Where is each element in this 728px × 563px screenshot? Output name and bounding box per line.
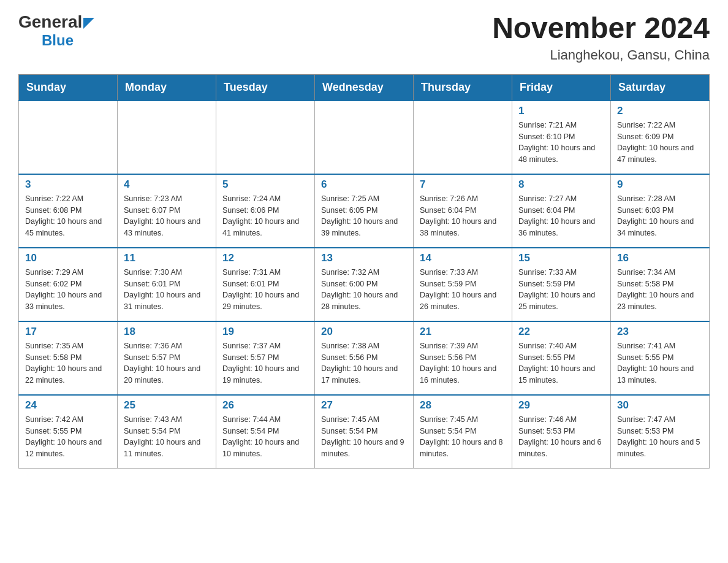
day-info: Sunrise: 7:28 AM Sunset: 6:03 PM Dayligh…	[617, 193, 703, 239]
calendar-cell: 7Sunrise: 7:26 AM Sunset: 6:04 PM Daylig…	[414, 174, 512, 248]
day-number: 24	[25, 399, 111, 412]
day-info: Sunrise: 7:32 AM Sunset: 6:00 PM Dayligh…	[321, 267, 407, 313]
weekday-header-tuesday: Tuesday	[216, 74, 315, 101]
calendar-cell: 20Sunrise: 7:38 AM Sunset: 5:56 PM Dayli…	[315, 321, 414, 395]
day-number: 25	[124, 399, 210, 412]
day-number: 20	[321, 326, 407, 338]
calendar-title-block: November 2024 Lianghekou, Gansu, China	[492, 12, 710, 63]
day-info: Sunrise: 7:37 AM Sunset: 5:57 PM Dayligh…	[222, 340, 308, 386]
day-number: 23	[617, 326, 703, 338]
calendar-cell: 2Sunrise: 7:22 AM Sunset: 6:09 PM Daylig…	[611, 101, 710, 174]
weekday-header-saturday: Saturday	[611, 74, 710, 101]
day-number: 4	[124, 178, 210, 191]
day-number: 8	[518, 178, 604, 191]
day-number: 13	[321, 252, 407, 264]
day-number: 15	[518, 252, 604, 264]
day-number: 7	[420, 178, 506, 191]
day-number: 17	[25, 326, 111, 338]
calendar-table: SundayMondayTuesdayWednesdayThursdayFrid…	[18, 74, 710, 469]
day-info: Sunrise: 7:47 AM Sunset: 5:53 PM Dayligh…	[617, 414, 703, 460]
day-info: Sunrise: 7:26 AM Sunset: 6:04 PM Dayligh…	[420, 193, 506, 239]
day-info: Sunrise: 7:33 AM Sunset: 5:59 PM Dayligh…	[420, 267, 506, 313]
calendar-cell	[19, 101, 118, 174]
day-info: Sunrise: 7:42 AM Sunset: 5:55 PM Dayligh…	[25, 414, 111, 460]
day-info: Sunrise: 7:27 AM Sunset: 6:04 PM Dayligh…	[518, 193, 604, 239]
logo-blue-text: Blue	[42, 32, 74, 49]
day-number: 12	[222, 252, 308, 264]
day-number: 10	[25, 252, 111, 264]
day-number: 19	[222, 326, 308, 338]
day-info: Sunrise: 7:24 AM Sunset: 6:06 PM Dayligh…	[222, 193, 308, 239]
day-info: Sunrise: 7:45 AM Sunset: 5:54 PM Dayligh…	[420, 414, 506, 460]
calendar-cell: 10Sunrise: 7:29 AM Sunset: 6:02 PM Dayli…	[19, 248, 118, 321]
calendar-cell	[118, 101, 216, 174]
day-number: 21	[420, 326, 506, 338]
logo-general-text: General	[18, 12, 82, 32]
calendar-cell: 24Sunrise: 7:42 AM Sunset: 5:55 PM Dayli…	[19, 395, 118, 469]
day-number: 9	[617, 178, 703, 191]
day-info: Sunrise: 7:40 AM Sunset: 5:55 PM Dayligh…	[518, 340, 604, 386]
calendar-cell: 11Sunrise: 7:30 AM Sunset: 6:01 PM Dayli…	[118, 248, 216, 321]
day-info: Sunrise: 7:34 AM Sunset: 5:58 PM Dayligh…	[617, 267, 703, 313]
week-row-4: 17Sunrise: 7:35 AM Sunset: 5:58 PM Dayli…	[19, 321, 710, 395]
day-info: Sunrise: 7:33 AM Sunset: 5:59 PM Dayligh…	[518, 267, 604, 313]
calendar-cell: 23Sunrise: 7:41 AM Sunset: 5:55 PM Dayli…	[611, 321, 710, 395]
logo: General Blue	[18, 12, 94, 49]
calendar-cell: 26Sunrise: 7:44 AM Sunset: 5:54 PM Dayli…	[216, 395, 315, 469]
calendar-cell: 5Sunrise: 7:24 AM Sunset: 6:06 PM Daylig…	[216, 174, 315, 248]
calendar-cell: 30Sunrise: 7:47 AM Sunset: 5:53 PM Dayli…	[611, 395, 710, 469]
weekday-header-wednesday: Wednesday	[315, 74, 414, 101]
calendar-cell	[216, 101, 315, 174]
day-info: Sunrise: 7:46 AM Sunset: 5:53 PM Dayligh…	[518, 414, 604, 460]
day-info: Sunrise: 7:25 AM Sunset: 6:05 PM Dayligh…	[321, 193, 407, 239]
day-number: 2	[617, 105, 703, 117]
calendar-cell: 28Sunrise: 7:45 AM Sunset: 5:54 PM Dayli…	[414, 395, 512, 469]
calendar-cell: 14Sunrise: 7:33 AM Sunset: 5:59 PM Dayli…	[414, 248, 512, 321]
calendar-title: November 2024	[492, 12, 710, 45]
calendar-cell: 22Sunrise: 7:40 AM Sunset: 5:55 PM Dayli…	[512, 321, 611, 395]
logo-arrow-icon	[83, 18, 94, 29]
day-info: Sunrise: 7:21 AM Sunset: 6:10 PM Dayligh…	[518, 120, 604, 166]
day-info: Sunrise: 7:29 AM Sunset: 6:02 PM Dayligh…	[25, 267, 111, 313]
calendar-cell: 15Sunrise: 7:33 AM Sunset: 5:59 PM Dayli…	[512, 248, 611, 321]
calendar-cell: 16Sunrise: 7:34 AM Sunset: 5:58 PM Dayli…	[611, 248, 710, 321]
week-row-2: 3Sunrise: 7:22 AM Sunset: 6:08 PM Daylig…	[19, 174, 710, 248]
calendar-cell: 27Sunrise: 7:45 AM Sunset: 5:54 PM Dayli…	[315, 395, 414, 469]
page-header: General Blue November 2024 Lianghekou, G…	[18, 12, 710, 63]
day-number: 14	[420, 252, 506, 264]
calendar-cell: 1Sunrise: 7:21 AM Sunset: 6:10 PM Daylig…	[512, 101, 611, 174]
calendar-cell	[315, 101, 414, 174]
weekday-header-thursday: Thursday	[414, 74, 512, 101]
day-info: Sunrise: 7:22 AM Sunset: 6:08 PM Dayligh…	[25, 193, 111, 239]
day-info: Sunrise: 7:38 AM Sunset: 5:56 PM Dayligh…	[321, 340, 407, 386]
day-info: Sunrise: 7:22 AM Sunset: 6:09 PM Dayligh…	[617, 120, 703, 166]
calendar-cell: 19Sunrise: 7:37 AM Sunset: 5:57 PM Dayli…	[216, 321, 315, 395]
day-number: 16	[617, 252, 703, 264]
day-number: 22	[518, 326, 604, 338]
day-info: Sunrise: 7:23 AM Sunset: 6:07 PM Dayligh…	[124, 193, 210, 239]
day-info: Sunrise: 7:31 AM Sunset: 6:01 PM Dayligh…	[222, 267, 308, 313]
day-number: 11	[124, 252, 210, 264]
weekday-header-row: SundayMondayTuesdayWednesdayThursdayFrid…	[19, 74, 710, 101]
calendar-subtitle: Lianghekou, Gansu, China	[492, 47, 710, 63]
calendar-cell: 29Sunrise: 7:46 AM Sunset: 5:53 PM Dayli…	[512, 395, 611, 469]
day-info: Sunrise: 7:43 AM Sunset: 5:54 PM Dayligh…	[124, 414, 210, 460]
weekday-header-friday: Friday	[512, 74, 611, 101]
day-number: 3	[25, 178, 111, 191]
day-info: Sunrise: 7:39 AM Sunset: 5:56 PM Dayligh…	[420, 340, 506, 386]
day-number: 26	[222, 399, 308, 412]
day-info: Sunrise: 7:36 AM Sunset: 5:57 PM Dayligh…	[124, 340, 210, 386]
day-info: Sunrise: 7:30 AM Sunset: 6:01 PM Dayligh…	[124, 267, 210, 313]
calendar-cell: 3Sunrise: 7:22 AM Sunset: 6:08 PM Daylig…	[19, 174, 118, 248]
calendar-cell: 17Sunrise: 7:35 AM Sunset: 5:58 PM Dayli…	[19, 321, 118, 395]
calendar-cell: 4Sunrise: 7:23 AM Sunset: 6:07 PM Daylig…	[118, 174, 216, 248]
calendar-cell: 8Sunrise: 7:27 AM Sunset: 6:04 PM Daylig…	[512, 174, 611, 248]
weekday-header-sunday: Sunday	[19, 74, 118, 101]
calendar-cell: 25Sunrise: 7:43 AM Sunset: 5:54 PM Dayli…	[118, 395, 216, 469]
day-info: Sunrise: 7:35 AM Sunset: 5:58 PM Dayligh…	[25, 340, 111, 386]
day-number: 1	[518, 105, 604, 117]
week-row-3: 10Sunrise: 7:29 AM Sunset: 6:02 PM Dayli…	[19, 248, 710, 321]
day-number: 28	[420, 399, 506, 412]
day-number: 6	[321, 178, 407, 191]
calendar-cell: 6Sunrise: 7:25 AM Sunset: 6:05 PM Daylig…	[315, 174, 414, 248]
